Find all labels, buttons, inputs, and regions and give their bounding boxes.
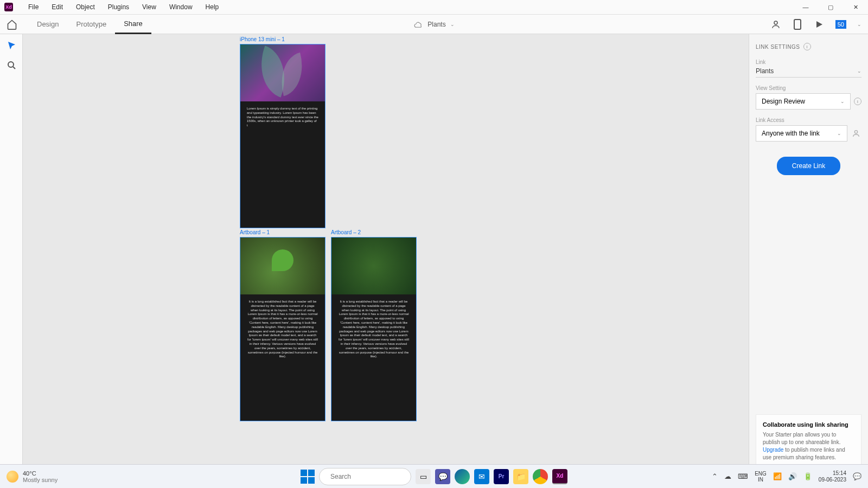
artboard-image	[331, 237, 416, 294]
link-access-dropdown[interactable]: Anyone with the link⌄	[756, 125, 847, 142]
language-indicator[interactable]: ENG IN	[755, 471, 767, 483]
chevron-down-icon: ⌄	[837, 131, 841, 136]
svg-point-3	[854, 131, 857, 133]
link-access-label: Link Access	[756, 117, 861, 123]
svg-point-2	[8, 62, 14, 67]
panel-title: LINK SETTINGS i	[756, 43, 861, 50]
explorer-icon[interactable]: 📁	[513, 469, 528, 484]
wifi-icon[interactable]: 📶	[773, 472, 782, 480]
select-tool[interactable]	[7, 41, 16, 50]
taskbar-center: ▭ 💬 ✉ Pr 📁 Xd	[301, 468, 567, 485]
chevron-down-icon: ⌄	[857, 68, 861, 74]
svg-rect-1	[794, 20, 801, 29]
search-box[interactable]	[319, 468, 411, 485]
left-tool-rail	[0, 34, 23, 488]
toolbar: Design Prototype Share Plants ⌄ 50 ⌄	[0, 15, 868, 34]
chevron-down-icon: ⌄	[450, 22, 455, 27]
menu-window[interactable]: Window	[163, 3, 199, 11]
user-icon[interactable]	[770, 19, 781, 30]
link-label: Link	[756, 59, 861, 65]
onedrive-icon[interactable]: ☁	[724, 472, 731, 480]
artboard-image	[240, 44, 325, 101]
artboard-iphone13mini[interactable]: Lorem Ipsum is simply dummy text of the …	[240, 44, 326, 228]
zoom-chevron-icon[interactable]: ⌄	[857, 22, 861, 27]
info-icon[interactable]: i	[854, 98, 861, 105]
artboard-text: Lorem Ipsum is simply dummy text of the …	[240, 101, 325, 133]
notifications-icon[interactable]: 💬	[853, 472, 861, 480]
document-title-text: Plants	[427, 21, 445, 28]
maximize-button[interactable]: ▢	[818, 0, 843, 15]
menu-plugins[interactable]: Plugins	[101, 3, 136, 11]
collaborate-card: Collaborate using link sharing Your Star…	[756, 414, 861, 468]
share-panel: LINK SETTINGS i Link Plants⌄ View Settin…	[749, 34, 868, 488]
close-button[interactable]: ✕	[843, 0, 868, 15]
create-link-button[interactable]: Create Link	[777, 157, 840, 175]
link-dropdown[interactable]: Plants⌄	[756, 67, 861, 78]
xd-icon[interactable]: Xd	[552, 469, 567, 484]
svg-point-0	[774, 21, 777, 24]
weather-widget[interactable]: 40°C Mostly sunny	[7, 470, 58, 483]
edge-icon[interactable]	[455, 469, 470, 484]
menu-file[interactable]: File	[22, 3, 45, 11]
premiere-icon[interactable]: Pr	[494, 469, 509, 484]
mail-icon[interactable]: ✉	[474, 469, 489, 484]
app-icon: Xd	[4, 3, 13, 11]
menubar: Xd File Edit Object Plugins View Window …	[0, 0, 868, 15]
taskview-icon[interactable]: ▭	[416, 469, 431, 484]
minimize-button[interactable]: —	[793, 0, 818, 15]
window-controls: — ▢ ✕	[793, 0, 868, 15]
clock[interactable]: 15:14 09-06-2023	[819, 470, 846, 483]
chevron-down-icon: ⌄	[840, 99, 845, 104]
keyboard-icon[interactable]: ⌨	[738, 472, 748, 480]
artboard-label[interactable]: Artboard – 1	[240, 229, 270, 235]
artboard-1[interactable]: It is a long established fact that a rea…	[240, 237, 326, 421]
tab-design[interactable]: Design	[28, 15, 67, 34]
search-input[interactable]	[330, 473, 412, 480]
artboard-image	[240, 237, 325, 294]
artboard-label[interactable]: Artboard – 2	[331, 229, 361, 235]
cloud-icon	[413, 21, 423, 28]
zoom-input[interactable]: 50	[835, 20, 846, 29]
system-tray: ⌃ ☁ ⌨ ENG IN 📶 🔊 🔋 15:14 09-06-2023 💬	[712, 470, 861, 483]
tab-share[interactable]: Share	[115, 15, 151, 34]
play-icon[interactable]	[814, 19, 825, 30]
mobile-icon[interactable]	[792, 19, 803, 30]
toolbar-right: 50 ⌄	[770, 19, 861, 30]
weather-temp: 40°C	[23, 470, 58, 477]
view-setting-label: View Setting	[756, 85, 861, 91]
artboard-2[interactable]: It is a long established fact that a rea…	[331, 237, 417, 421]
artboard-text: It is a long established fact that a rea…	[240, 294, 325, 364]
document-title[interactable]: Plants ⌄	[413, 21, 454, 28]
info-icon[interactable]: i	[803, 43, 811, 50]
teams-icon[interactable]: 💬	[435, 469, 450, 484]
canvas[interactable]: iPhone 13 mini – 1 Lorem Ipsum is simply…	[23, 34, 727, 488]
menu-object[interactable]: Object	[69, 3, 101, 11]
battery-icon[interactable]: 🔋	[803, 472, 812, 480]
artboard-text: It is a long established fact that a rea…	[331, 294, 416, 364]
menu-view[interactable]: View	[136, 3, 163, 11]
menu-help[interactable]: Help	[199, 3, 226, 11]
view-setting-dropdown[interactable]: Design Review⌄	[756, 93, 851, 110]
collaborate-body: Your Starter plan allows you to publish …	[763, 431, 854, 461]
chrome-icon[interactable]	[533, 469, 548, 484]
weather-desc: Mostly sunny	[23, 477, 58, 483]
user-access-icon[interactable]	[851, 128, 861, 139]
home-icon[interactable]	[7, 19, 17, 30]
tray-chevron-icon[interactable]: ⌃	[712, 472, 718, 480]
menu-edit[interactable]: Edit	[45, 3, 69, 11]
collaborate-title: Collaborate using link sharing	[763, 421, 854, 428]
tab-prototype[interactable]: Prototype	[67, 15, 115, 34]
taskbar: 40°C Mostly sunny ▭ 💬 ✉ Pr 📁 Xd ⌃ ☁ ⌨ EN…	[0, 464, 868, 488]
volume-icon[interactable]: 🔊	[788, 472, 797, 480]
sun-icon	[7, 471, 18, 483]
artboard-label[interactable]: iPhone 13 mini – 1	[240, 36, 285, 42]
zoom-tool[interactable]	[7, 60, 16, 70]
upgrade-link[interactable]: Upgrade	[763, 447, 783, 453]
start-button[interactable]	[301, 470, 315, 484]
